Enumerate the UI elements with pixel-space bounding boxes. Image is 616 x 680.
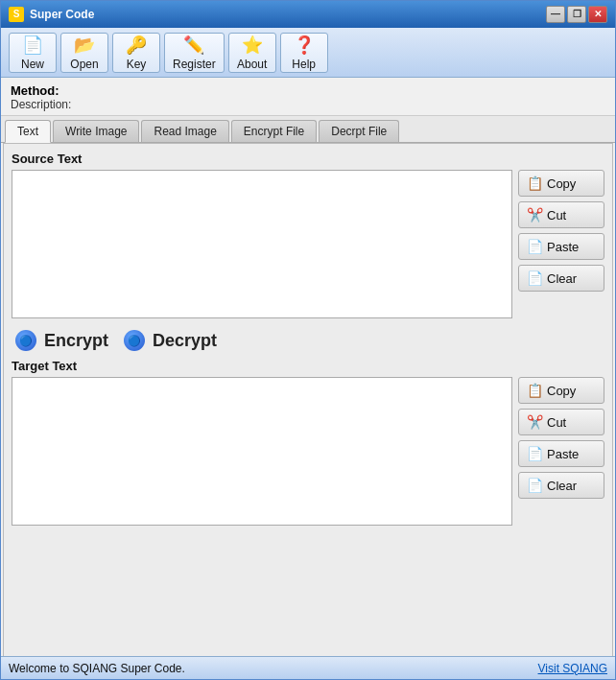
status-bar: Welcome to SQIANG Super Code. Visit SQIA… bbox=[1, 656, 615, 679]
source-clear-label: Clear bbox=[547, 271, 577, 286]
restore-button[interactable]: ❐ bbox=[567, 6, 586, 23]
target-clear-icon: 📄 bbox=[527, 478, 543, 493]
app-window: S Super Code — ❐ ✕ 📄 New 📂 Open 🔑 Key ✏️… bbox=[0, 0, 616, 680]
target-paste-icon: 📄 bbox=[527, 446, 543, 461]
source-paste-button[interactable]: 📄 Paste bbox=[518, 233, 604, 260]
target-paste-button[interactable]: 📄 Paste bbox=[518, 440, 604, 467]
target-copy-icon: 📋 bbox=[527, 383, 543, 398]
tab-decrypt-file[interactable]: Decrpt File bbox=[319, 120, 399, 142]
decrypt-button[interactable]: 🔵 Decrypt bbox=[124, 330, 217, 351]
visit-link[interactable]: Visit SQIANG bbox=[538, 662, 607, 675]
tab-write-image[interactable]: Write Image bbox=[53, 120, 139, 142]
about-label: About bbox=[237, 58, 267, 71]
decrypt-icon: 🔵 bbox=[124, 330, 145, 351]
window-controls: — ❐ ✕ bbox=[546, 6, 607, 23]
title-bar: S Super Code — ❐ ✕ bbox=[1, 1, 615, 28]
target-cut-button[interactable]: ✂️ Cut bbox=[518, 409, 604, 435]
clear-icon: 📄 bbox=[527, 270, 543, 286]
new-label: New bbox=[21, 58, 44, 71]
decrypt-label: Decrypt bbox=[153, 331, 217, 351]
target-clear-button[interactable]: 📄 Clear bbox=[518, 472, 604, 499]
target-section: Target Text 📋 Copy ✂️ Cut 📄 Paste bbox=[12, 359, 604, 529]
encrypt-label: Encrypt bbox=[44, 331, 108, 351]
target-clear-label: Clear bbox=[547, 479, 577, 493]
source-copy-button[interactable]: 📋 Copy bbox=[518, 170, 604, 197]
target-copy-button[interactable]: 📋 Copy bbox=[518, 377, 604, 404]
about-button[interactable]: ⭐ About bbox=[228, 33, 276, 73]
register-label: Register bbox=[173, 58, 216, 71]
close-button[interactable]: ✕ bbox=[588, 6, 607, 23]
tab-content: Source Text 📋 Copy ✂️ Cut 📄 Paste bbox=[3, 143, 613, 677]
target-cut-label: Cut bbox=[547, 415, 566, 430]
tabs-container: Text Write Image Read Image Encrypt File… bbox=[1, 116, 615, 143]
key-label: Key bbox=[127, 58, 147, 71]
source-copy-label: Copy bbox=[547, 176, 576, 191]
target-copy-label: Copy bbox=[547, 384, 576, 398]
app-icon: S bbox=[9, 7, 24, 22]
method-label: Method: bbox=[11, 83, 605, 98]
new-icon: 📄 bbox=[22, 35, 43, 56]
tab-text[interactable]: Text bbox=[5, 120, 51, 143]
tab-encrypt-file[interactable]: Encrypt File bbox=[231, 120, 317, 142]
encrypt-button[interactable]: 🔵 Encrypt bbox=[15, 330, 108, 351]
target-row: 📋 Copy ✂️ Cut 📄 Paste 📄 Clear bbox=[12, 377, 604, 526]
target-buttons: 📋 Copy ✂️ Cut 📄 Paste 📄 Clear bbox=[518, 377, 604, 526]
help-icon: ❓ bbox=[294, 35, 315, 56]
description-label: Description: bbox=[11, 98, 605, 111]
source-paste-label: Paste bbox=[547, 240, 579, 254]
source-cut-label: Cut bbox=[547, 208, 566, 223]
source-label: Source Text bbox=[12, 152, 604, 166]
about-icon: ⭐ bbox=[242, 35, 263, 56]
status-message: Welcome to SQIANG Super Code. bbox=[9, 662, 538, 675]
source-buttons: 📋 Copy ✂️ Cut 📄 Paste 📄 Clear bbox=[518, 170, 604, 318]
info-area: Method: Description: bbox=[1, 78, 615, 116]
source-row: 📋 Copy ✂️ Cut 📄 Paste 📄 Clear bbox=[12, 170, 604, 318]
open-icon: 📂 bbox=[74, 35, 95, 56]
source-clear-button[interactable]: 📄 Clear bbox=[518, 265, 604, 292]
paste-icon: 📄 bbox=[527, 239, 543, 254]
toolbar: 📄 New 📂 Open 🔑 Key ✏️ Register ⭐ About ❓… bbox=[1, 28, 615, 78]
new-button[interactable]: 📄 New bbox=[9, 33, 57, 73]
open-label: Open bbox=[70, 58, 98, 71]
copy-icon: 📋 bbox=[527, 176, 543, 191]
encrypt-icon: 🔵 bbox=[15, 330, 36, 351]
help-label: Help bbox=[292, 58, 316, 71]
help-button[interactable]: ❓ Help bbox=[280, 33, 328, 73]
minimize-button[interactable]: — bbox=[546, 6, 565, 23]
register-icon: ✏️ bbox=[183, 35, 204, 56]
key-button[interactable]: 🔑 Key bbox=[112, 33, 160, 73]
target-paste-label: Paste bbox=[547, 447, 579, 461]
app-title: Super Code bbox=[30, 8, 94, 21]
key-icon: 🔑 bbox=[126, 35, 147, 56]
source-textarea[interactable] bbox=[12, 170, 512, 318]
register-button[interactable]: ✏️ Register bbox=[164, 33, 225, 73]
target-textarea[interactable] bbox=[12, 377, 512, 526]
open-button[interactable]: 📂 Open bbox=[60, 33, 108, 73]
target-label: Target Text bbox=[12, 359, 604, 373]
cut-icon: ✂️ bbox=[527, 207, 543, 223]
tab-read-image[interactable]: Read Image bbox=[141, 120, 228, 142]
source-cut-button[interactable]: ✂️ Cut bbox=[518, 201, 604, 228]
source-section: Source Text 📋 Copy ✂️ Cut 📄 Paste bbox=[12, 152, 604, 322]
enc-dec-row: 🔵 Encrypt 🔵 Decrypt bbox=[12, 322, 604, 359]
target-cut-icon: ✂️ bbox=[527, 414, 543, 430]
